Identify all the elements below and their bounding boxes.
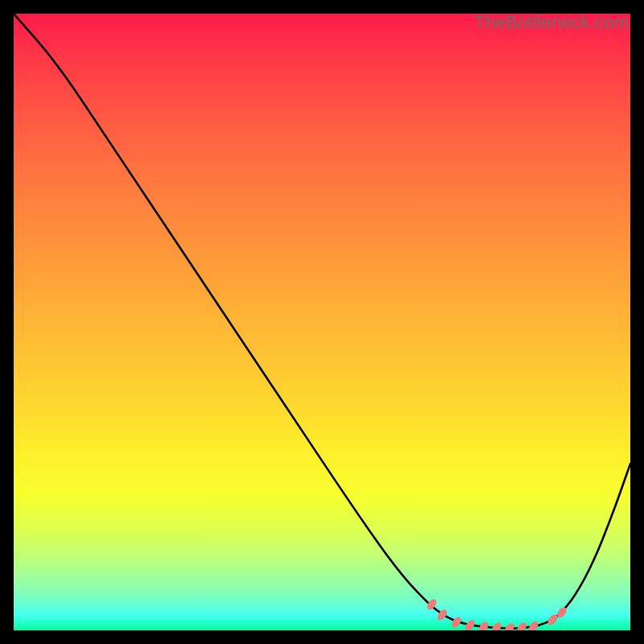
marker-dot (527, 620, 540, 630)
bottleneck-curve (14, 14, 630, 628)
watermark-text: TheBottleneck.com (474, 12, 629, 33)
chart-svg (14, 14, 630, 630)
chart-frame: TheBottleneck.com (14, 14, 630, 630)
plateau-markers (425, 597, 568, 630)
